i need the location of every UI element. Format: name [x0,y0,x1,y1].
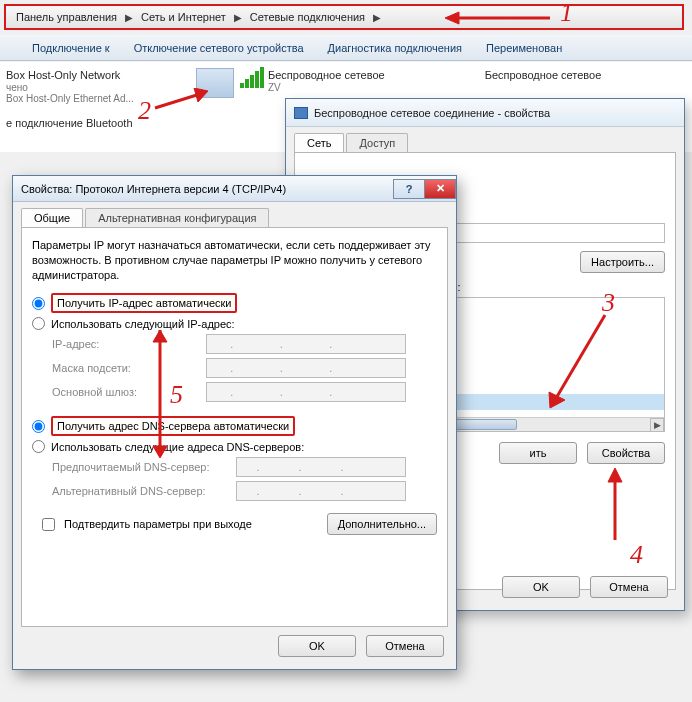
title-text: Беспроводное сетевое соединение - свойст… [314,107,550,119]
signal-bars-icon [240,68,264,88]
advanced-button[interactable]: Дополнительно... [327,513,437,535]
annotation-arrow-icon [445,8,555,28]
tab-access[interactable]: Доступ [346,133,408,152]
list-item[interactable]: Box Host-Only Network [6,68,176,82]
manual-ip-label: Использовать следующий IP-адрес: [51,318,235,330]
dns1-field: ... [236,457,406,477]
auto-ip-label: Получить IP-адрес автоматически [51,293,237,313]
auto-ip-radio[interactable] [32,297,45,310]
svg-marker-9 [153,330,167,342]
manual-dns-radio[interactable] [32,440,45,453]
ipv4-properties-window: Свойства: Протокол Интернета версии 4 (T… [12,175,457,670]
confirm-label: Подтвердить параметры при выходе [64,518,252,530]
intro-text: Параметры IP могут назначаться автоматич… [32,238,437,283]
tab-network[interactable]: Сеть [294,133,344,152]
svg-marker-11 [153,446,167,458]
svg-line-4 [555,315,605,400]
breadcrumb-item[interactable]: Сеть и Интернет [137,9,230,25]
tab-general[interactable]: Общие [21,208,83,227]
configure-button[interactable]: Настроить... [580,251,665,273]
annotation-number: 5 [170,380,183,410]
install-button[interactable]: ить [499,442,577,464]
dns1-label: Предпочитаемый DNS-сервер: [52,461,222,473]
annotation-number: 3 [602,288,615,318]
manual-ip-radio[interactable] [32,317,45,330]
properties-button[interactable]: Свойства [587,442,665,464]
window-title: Беспроводное сетевое соединение - свойст… [286,99,684,127]
annotation-arrow-icon [545,310,615,410]
svg-marker-1 [445,12,459,24]
close-button[interactable]: ✕ [424,179,456,199]
dns2-field: ... [236,481,406,501]
scroll-right-icon[interactable]: ▶ [650,418,664,432]
mask-field: ... [206,358,406,378]
gateway-field: ... [206,382,406,402]
auto-dns-radio[interactable] [32,420,45,433]
confirm-checkbox[interactable] [42,518,55,531]
annotation-number: 1 [560,0,573,28]
annotation-number: 2 [138,96,151,126]
chevron-right-icon: ▶ [125,12,133,23]
breadcrumb-item[interactable]: Панель управления [12,9,121,25]
ok-button[interactable]: OK [278,635,356,657]
list-item[interactable]: Беспроводное сетевое [268,68,385,82]
breadcrumb-item[interactable]: Сетевые подключения [246,9,369,25]
annotation-arrow-icon [150,88,210,113]
chevron-right-icon: ▶ [234,12,242,23]
chevron-right-icon: ▶ [373,12,381,23]
svg-marker-3 [194,88,208,102]
breadcrumb: Панель управления ▶ Сеть и Интернет ▶ Се… [4,4,684,30]
ip-field: ... [206,334,406,354]
toolbar: Подключение к Отключение сетевого устрой… [0,35,692,61]
monitor-icon [294,107,308,119]
toolbar-connect[interactable]: Подключение к [32,42,110,54]
list-sub: ZV [268,82,385,93]
dns2-label: Альтернативный DNS-сервер: [52,485,222,497]
svg-marker-7 [608,468,622,482]
toolbar-rename[interactable]: Переименован [486,42,562,54]
tab-alternate[interactable]: Альтернативная конфигурация [85,208,269,227]
cancel-button[interactable]: Отмена [590,576,668,598]
toolbar-diagnose[interactable]: Диагностика подключения [328,42,462,54]
annotation-number: 4 [630,540,643,570]
toolbar-disable[interactable]: Отключение сетевого устройства [134,42,304,54]
cancel-button[interactable]: Отмена [366,635,444,657]
help-button[interactable]: ? [393,179,425,199]
ok-button[interactable]: OK [502,576,580,598]
annotation-arrow-icon [605,468,645,548]
svg-line-2 [155,94,200,108]
window-title: Свойства: Протокол Интернета версии 4 (T… [21,183,286,195]
